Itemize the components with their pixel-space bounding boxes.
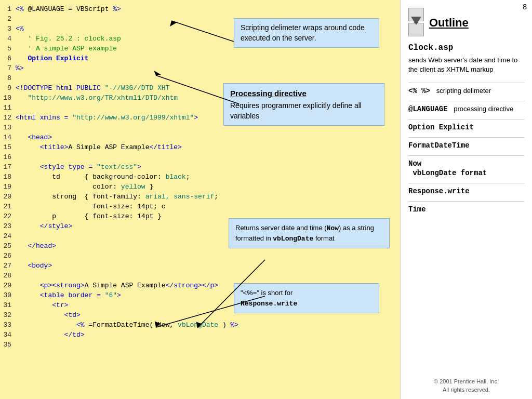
- code-line: 26: [0, 251, 400, 261]
- line-number: 16: [0, 152, 16, 162]
- code-line: 8: [0, 73, 400, 83]
- line-content: <body>: [16, 261, 400, 271]
- divider-6: [408, 183, 524, 183]
- divider-7: [408, 201, 524, 202]
- line-number: 11: [0, 103, 16, 113]
- divider-2: [408, 101, 524, 101]
- code-line: 35: [0, 340, 400, 350]
- line-number: 20: [0, 192, 16, 202]
- line-content: [16, 152, 400, 162]
- code-line: 20 strong { font-family: arial, sans-ser…: [0, 192, 400, 202]
- code-line: 21 font-size: 14pt; c: [0, 202, 400, 211]
- down-button[interactable]: [408, 23, 424, 36]
- line-content: <% =FormatDateTime( Now, vbLongDate ) %>: [16, 320, 400, 330]
- outline-filename: Clock.asp: [408, 43, 524, 52]
- divider-5: [408, 155, 524, 156]
- line-number: 7: [0, 63, 16, 73]
- line-number: 24: [0, 231, 16, 241]
- callout-scripting: Scripting delimeter wraps around code ex…: [234, 18, 379, 48]
- line-number: 30: [0, 290, 16, 300]
- code-line: 27 <body>: [0, 261, 400, 271]
- nav-buttons: [408, 8, 424, 38]
- line-content: font-size: 14pt; c: [16, 202, 400, 211]
- line-number: 17: [0, 162, 16, 172]
- line-content: color: yellow }: [16, 182, 400, 192]
- outline-panel: 8 Outline Clock.asp sends Web server's d…: [400, 0, 532, 399]
- line-number: 32: [0, 310, 16, 320]
- line-number: 27: [0, 261, 16, 271]
- outline-item-option-explicit: Option Explicit: [408, 123, 524, 132]
- copyright: © 2001 Prentice Hall, Inc.All rights res…: [401, 378, 532, 394]
- line-number: 3: [0, 24, 16, 34]
- line-number: 2: [0, 14, 16, 24]
- code-line: 1<% @LANGUAGE = VBScript %>: [0, 4, 400, 14]
- line-number: 19: [0, 182, 16, 192]
- line-number: 9: [0, 83, 16, 93]
- line-number: 22: [0, 211, 16, 221]
- outline-header: Outline: [408, 8, 524, 38]
- line-content: [16, 340, 400, 350]
- outline-title: Outline: [429, 16, 469, 30]
- outline-item-responsewrite: Response.write: [408, 187, 524, 196]
- line-content: <% @LANGUAGE = VBScript %>: [16, 4, 400, 14]
- code-line: 17 <style type = "text/css">: [0, 162, 400, 172]
- outline-description: sends Web server's date and time to the …: [408, 56, 524, 74]
- code-line: 15 <title>A Simple ASP Example</title>: [0, 142, 400, 152]
- code-line: 28: [0, 271, 400, 281]
- line-content: Option Explicit: [16, 54, 400, 63]
- line-number: 33: [0, 320, 16, 330]
- line-number: 12: [0, 113, 16, 123]
- line-content: td { background-color: black;: [16, 172, 400, 182]
- line-number: 31: [0, 300, 16, 310]
- outline-item-formatdatetime: FormatDateTime: [408, 141, 524, 150]
- code-line: 7%>: [0, 63, 400, 73]
- divider-3: [408, 119, 524, 119]
- line-number: 35: [0, 340, 16, 350]
- line-number: 29: [0, 281, 16, 290]
- line-number: 6: [0, 54, 16, 63]
- down-triangle-icon: [411, 25, 421, 34]
- code-line: 14 <head>: [0, 132, 400, 142]
- code-panel: 1<% @LANGUAGE = VBScript %>23<%4 ' Fig. …: [0, 0, 400, 399]
- line-content: [16, 251, 400, 261]
- line-number: 23: [0, 221, 16, 231]
- outline-item-now: Now vbLongDate format: [408, 159, 524, 178]
- outline-item-scripting: <% %> scripting delimeter: [408, 86, 524, 96]
- line-number: 1: [0, 4, 16, 14]
- line-content: %>: [16, 63, 400, 73]
- line-number: 34: [0, 330, 16, 340]
- line-content: </td>: [16, 330, 400, 340]
- line-number: 14: [0, 132, 16, 142]
- line-number: 5: [0, 44, 16, 54]
- line-content: [16, 73, 400, 83]
- divider-4: [408, 137, 524, 138]
- outline-item-time: Time: [408, 205, 524, 214]
- line-number: 28: [0, 271, 16, 281]
- page-number: 8: [523, 3, 527, 11]
- line-number: 26: [0, 251, 16, 261]
- line-number: 10: [0, 93, 16, 103]
- line-number: 21: [0, 202, 16, 211]
- line-content: strong { font-family: arial, sans-serif;: [16, 192, 400, 202]
- code-line: 34 </td>: [0, 330, 400, 340]
- line-number: 4: [0, 34, 16, 44]
- code-line: 6 Option Explicit: [0, 54, 400, 63]
- code-line: 19 color: yellow }: [0, 182, 400, 192]
- line-content: <title>A Simple ASP Example</title>: [16, 142, 400, 152]
- line-number: 25: [0, 241, 16, 251]
- outline-item-language: @LANGUAGE processing directive: [408, 104, 524, 114]
- line-number: 8: [0, 73, 16, 83]
- callout-returns: Returns server date and time (Now) as a …: [229, 218, 390, 248]
- code-line: 16: [0, 152, 400, 162]
- code-line: 18 td { background-color: black;: [0, 172, 400, 182]
- line-content: [16, 271, 400, 281]
- line-number: 13: [0, 123, 16, 132]
- line-content: <style type = "text/css">: [16, 162, 400, 172]
- line-number: 15: [0, 142, 16, 152]
- callout-processing: Processing directive Requires programmer…: [223, 83, 384, 126]
- line-content: <head>: [16, 132, 400, 142]
- code-line: 33 <% =FormatDateTime( Now, vbLongDate )…: [0, 320, 400, 330]
- line-number: 18: [0, 172, 16, 182]
- callout-shortfor: "<%=" is short forResponse.write: [234, 283, 379, 313]
- divider-1: [408, 83, 524, 83]
